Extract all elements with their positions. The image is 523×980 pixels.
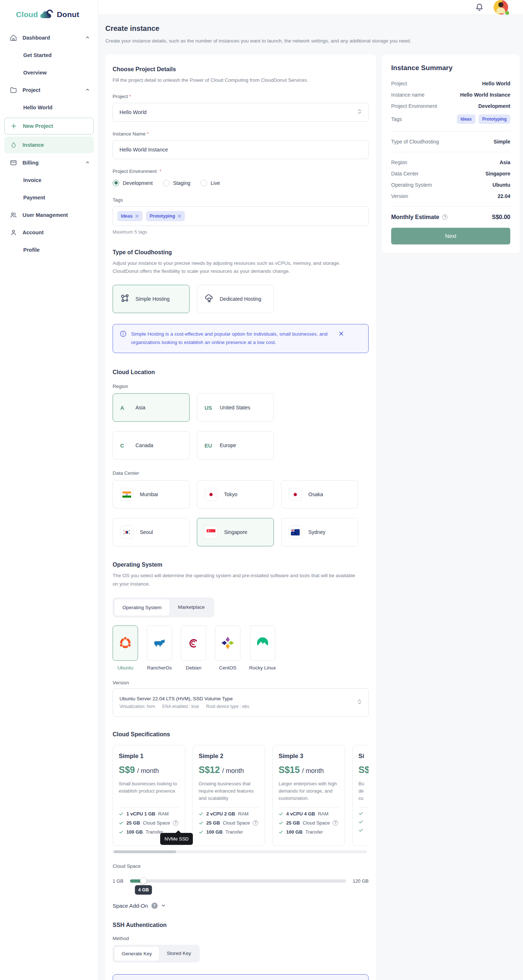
radio-unselected-icon [200,180,207,186]
close-icon[interactable] [339,331,343,347]
main-area: Create instance Create your instance det… [99,0,523,980]
sidebar-item-payment[interactable]: Payment [0,189,98,206]
datacenter-seoul-button[interactable]: Seoul [113,518,189,546]
user-icon [10,229,17,237]
section-heading-os: Operating System [113,562,369,568]
sidebar-item-profile[interactable]: Profile [0,241,98,259]
singapore-flag-icon [205,526,218,539]
close-icon[interactable] [135,214,139,218]
sidebar-item-dashboard[interactable]: Dashboard [0,29,98,46]
tab-marketplace[interactable]: Marketplace [170,599,213,616]
tab-stored-key[interactable]: Stored Key [159,946,198,961]
chevron-up-icon[interactable] [85,87,90,93]
check-icon [119,811,124,816]
credit-card-icon [10,159,17,167]
user-avatar[interactable] [494,0,508,14]
region-asia-button[interactable]: AAsia [113,393,189,422]
sidebar-item-billing[interactable]: Billing [0,154,98,172]
version-select[interactable]: Ubuntu Server 22.04 LTS (HVM), SSD Volum… [113,688,369,717]
sidebar-item-instance[interactable]: Instance [4,137,94,153]
ssh-info-panel: Generate an SSH Key Pair To provides a s… [113,974,369,980]
question-icon[interactable]: ? [173,820,178,826]
check-icon [278,811,283,816]
sidebar-item-hello-world[interactable]: Hello World [0,99,98,116]
region-europe-button[interactable]: EUEurope [197,431,274,460]
sidebar-nav: Dashboard Get Started Overview Project H… [0,29,98,259]
sidebar-item-overview[interactable]: Overview [0,64,98,81]
sidebar-item-get-started[interactable]: Get Started [0,46,98,64]
question-icon[interactable]: ? [442,214,447,220]
users-icon [10,211,17,219]
droplet-icon [10,141,17,149]
slider-handle[interactable] [140,878,147,885]
project-select[interactable]: Hello World [113,103,369,122]
summary-row-datacenter: Data CenterSingapore [391,171,510,177]
instance-summary-panel: Instance Summary ProjectHello World Inst… [382,54,520,253]
plan-card-partial[interactable]: Si S$1 Bu de cu [352,745,369,846]
check-icon [358,819,363,824]
summary-row-environment: Project EnvironmentDevelopment [391,103,510,109]
os-ubuntu[interactable]: Ubuntu [113,625,138,671]
sidebar: Cloud Donut Dashboard Get Started Overvi… [0,0,99,980]
datacenter-singapore-button[interactable]: Singapore [197,518,274,546]
brand-logo[interactable]: Cloud Donut [0,6,98,29]
datacenter-mumbai-button[interactable]: Mumbai [113,480,189,509]
radio-selected-icon [113,180,119,186]
plan-card-simple-1[interactable]: Simple 1 S$9/ month Small businesses loo… [113,745,185,846]
plans-scrollbar [113,850,367,853]
plan-feature: 2 vCPU 2 GBRAM [199,811,259,816]
region-canada-button[interactable]: CCanada [113,431,189,460]
tags-label: Tags [113,197,369,203]
tags-input[interactable]: Ideas Prototyping [113,206,369,226]
divider [391,131,510,132]
plan-price: S$9 [119,765,135,775]
sidebar-item-user-management[interactable]: User Management [0,206,98,224]
chevron-up-icon[interactable] [85,35,90,41]
sidebar-item-project[interactable]: Project [0,81,98,99]
datacenter-sydney-button[interactable]: Sydney [281,518,358,546]
datacenter-tokyo-button[interactable]: Tokyo [197,480,274,509]
summary-row-estimate: Monthly Estimate? S$0.00 [391,214,510,221]
radio-live[interactable]: Live [200,180,220,186]
plan-feature: 4 vCPU 4 GBRAM [278,811,339,816]
project-label: Project * [113,94,369,99]
os-debian[interactable]: Debian [181,625,206,671]
radio-development[interactable]: Development [113,180,153,186]
sidebar-item-new-project[interactable]: New Project [4,118,94,134]
tab-generate-key[interactable]: Generate Key [114,946,159,961]
close-icon[interactable] [178,214,181,218]
question-icon[interactable]: ? [333,820,338,826]
notification-bell-icon[interactable] [475,3,484,12]
os-rancheros[interactable]: RancherOs [147,625,172,671]
chevron-up-icon[interactable] [85,160,90,166]
brand-word-donut: Donut [57,10,79,19]
region-group: AAsia USUnited States CCanada EUEurope [113,393,283,460]
japan-flag-icon [289,488,302,501]
space-addon-toggle[interactable]: Space Add-On ? [113,903,369,909]
radio-staging[interactable]: Staging [163,180,190,186]
section-desc-os: The OS you select will determine the ope… [113,572,359,588]
sidebar-item-account[interactable]: Account [0,224,98,241]
os-rocky-linux[interactable]: Rocky Linux [249,625,276,671]
plan-card-simple-3[interactable]: Simple 3 S$15/ month Larger enterprises … [272,745,345,846]
simple-hosting-button[interactable]: Simple Hosting [113,285,189,313]
os-centos[interactable]: CentOS [215,625,240,671]
sidebar-item-invoice[interactable]: Invoice [0,172,98,189]
plan-feature: 100 GBTransfer [278,829,339,835]
region-us-button[interactable]: USUnited States [197,393,274,422]
scrollbar-thumb[interactable] [114,850,176,853]
create-instance-form: Choose Project Details Fill the project … [105,54,376,980]
tab-operating-system[interactable]: Operating System [114,599,170,616]
summary-tag-chip: Prototyping [479,115,510,124]
next-button[interactable]: Next [391,228,510,245]
plan-card-simple-2[interactable]: Simple 2 S$12/ month Growing businesses … [192,745,265,846]
check-icon [358,828,363,832]
dedicated-hosting-button[interactable]: Dedicated Hosting [197,285,274,313]
instance-name-input[interactable]: Hello World Instance [113,140,369,159]
datacenter-osaka-button[interactable]: Osaka [281,480,358,509]
instance-name-label: Instance Name * [113,131,369,137]
cloud-space-slider[interactable]: 4 GB [130,880,346,883]
question-icon[interactable]: ? [253,820,258,826]
region-label: Region [113,383,369,389]
folder-icon [10,86,17,94]
